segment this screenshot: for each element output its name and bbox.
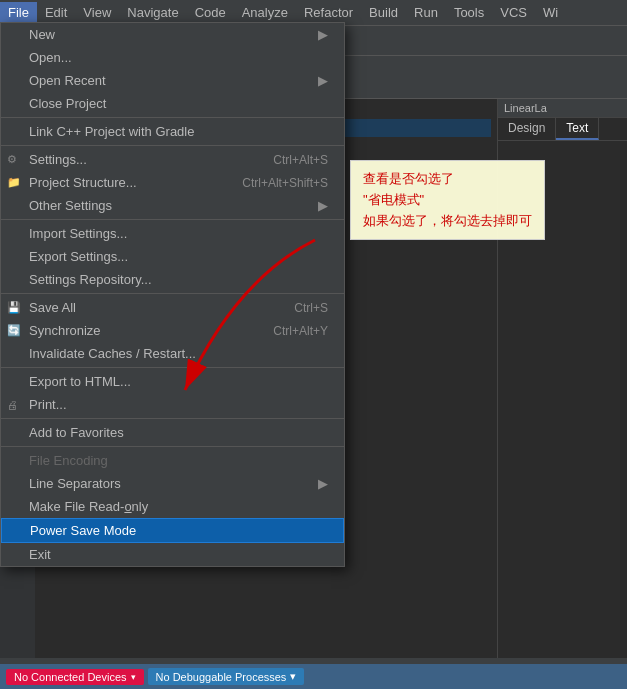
new-item-label: New: [29, 27, 55, 42]
menu-item-save-all[interactable]: 💾 Save All Ctrl+S: [1, 296, 344, 319]
print-icon: 🖨: [7, 399, 18, 411]
line-separators-label: Line Separators: [29, 476, 121, 491]
menu-tools[interactable]: Tools: [446, 2, 492, 23]
menu-item-file-encoding: File Encoding: [1, 449, 344, 472]
save-icon: 💾: [7, 301, 21, 314]
annotation-line1: 查看是否勾选了: [363, 169, 532, 190]
menu-item-exit[interactable]: Exit: [1, 543, 344, 566]
menu-file[interactable]: File: [0, 2, 37, 23]
project-structure-icon: 📁: [7, 176, 21, 189]
menu-item-new[interactable]: New ▶: [1, 23, 344, 46]
menu-code[interactable]: Code: [187, 2, 234, 23]
add-favorites-label: Add to Favorites: [29, 425, 124, 440]
menu-item-make-readonly[interactable]: Make File Read-only: [1, 495, 344, 518]
save-all-shortcut: Ctrl+S: [294, 301, 328, 315]
no-devices-dropdown-icon: ▾: [131, 672, 136, 682]
other-settings-arrow-icon: ▶: [318, 198, 328, 213]
power-save-label: Power Save Mode: [30, 523, 136, 538]
menu-item-other-settings[interactable]: Other Settings ▶: [1, 194, 344, 217]
menu-item-power-save[interactable]: Power Save Mode: [1, 518, 344, 543]
settings-repo-label: Settings Repository...: [29, 272, 152, 287]
menu-item-synchronize[interactable]: 🔄 Synchronize Ctrl+Alt+Y: [1, 319, 344, 342]
file-dropdown-menu: New ▶ Open... Open Recent ▶ Close Projec…: [0, 22, 345, 567]
no-devices-label: No Connected Devices: [14, 671, 127, 683]
design-text-tabs: Design Text: [498, 118, 627, 141]
separator-3: [1, 219, 344, 220]
menu-navigate[interactable]: Navigate: [119, 2, 186, 23]
menu-item-project-structure[interactable]: 📁 Project Structure... Ctrl+Alt+Shift+S: [1, 171, 344, 194]
export-html-label: Export to HTML...: [29, 374, 131, 389]
open-item-label: Open...: [29, 50, 72, 65]
menu-item-line-separators[interactable]: Line Separators ▶: [1, 472, 344, 495]
annotation-line2: "省电模式": [363, 190, 532, 211]
sync-icon: 🔄: [7, 324, 21, 337]
project-structure-shortcut: Ctrl+Alt+Shift+S: [242, 176, 328, 190]
annotation-line3: 如果勾选了，将勾选去掉即可: [363, 211, 532, 232]
open-recent-label: Open Recent: [29, 73, 106, 88]
make-readonly-label: Make File Read-only: [29, 499, 148, 514]
no-debug-badge[interactable]: No Debuggable Processes ▾: [148, 668, 305, 685]
menu-analyze[interactable]: Analyze: [234, 2, 296, 23]
menu-build[interactable]: Build: [361, 2, 406, 23]
menu-item-import-settings[interactable]: Import Settings...: [1, 222, 344, 245]
synchronize-shortcut: Ctrl+Alt+Y: [273, 324, 328, 338]
separator-2: [1, 145, 344, 146]
menu-item-open[interactable]: Open...: [1, 46, 344, 69]
exit-label: Exit: [29, 547, 51, 562]
separator-4: [1, 293, 344, 294]
statusbar: No Connected Devices ▾ No Debuggable Pro…: [0, 664, 627, 689]
menu-item-close-project[interactable]: Close Project: [1, 92, 344, 115]
settings-label: Settings...: [29, 152, 87, 167]
menu-item-invalidate-caches[interactable]: Invalidate Caches / Restart...: [1, 342, 344, 365]
menu-edit[interactable]: Edit: [37, 2, 75, 23]
new-arrow-icon: ▶: [318, 27, 328, 42]
settings-shortcut: Ctrl+Alt+S: [273, 153, 328, 167]
menu-wi[interactable]: Wi: [535, 2, 566, 23]
line-sep-arrow-icon: ▶: [318, 476, 328, 491]
export-settings-label: Export Settings...: [29, 249, 128, 264]
no-debug-dropdown-icon: ▾: [290, 670, 296, 683]
menu-item-export-html[interactable]: Export to HTML...: [1, 370, 344, 393]
close-project-label: Close Project: [29, 96, 106, 111]
open-recent-arrow-icon: ▶: [318, 73, 328, 88]
menu-item-settings-repo[interactable]: Settings Repository...: [1, 268, 344, 291]
separator-6: [1, 418, 344, 419]
separator-7: [1, 446, 344, 447]
menu-item-link-cpp[interactable]: Link C++ Project with Gradle: [1, 120, 344, 143]
import-settings-label: Import Settings...: [29, 226, 127, 241]
no-debug-label: No Debuggable Processes: [156, 671, 287, 683]
print-label: Print...: [29, 397, 67, 412]
menu-run[interactable]: Run: [406, 2, 446, 23]
file-encoding-label: File Encoding: [29, 453, 108, 468]
synchronize-label: Synchronize: [29, 323, 101, 338]
menu-item-add-favorites[interactable]: Add to Favorites: [1, 421, 344, 444]
menu-item-export-settings[interactable]: Export Settings...: [1, 245, 344, 268]
annotation-box: 查看是否勾选了 "省电模式" 如果勾选了，将勾选去掉即可: [350, 160, 545, 240]
invalidate-caches-label: Invalidate Caches / Restart...: [29, 346, 196, 361]
separator-1: [1, 117, 344, 118]
other-settings-label: Other Settings: [29, 198, 112, 213]
tab-text[interactable]: Text: [556, 118, 599, 140]
project-structure-label: Project Structure...: [29, 175, 137, 190]
menu-item-open-recent[interactable]: Open Recent ▶: [1, 69, 344, 92]
menu-item-settings[interactable]: ⚙ Settings... Ctrl+Alt+S: [1, 148, 344, 171]
menu-view[interactable]: View: [75, 2, 119, 23]
menu-vcs[interactable]: VCS: [492, 2, 535, 23]
separator-5: [1, 367, 344, 368]
no-devices-badge[interactable]: No Connected Devices ▾: [6, 669, 144, 685]
menu-item-print[interactable]: 🖨 Print...: [1, 393, 344, 416]
tab-design[interactable]: Design: [498, 118, 556, 140]
menu-refactor[interactable]: Refactor: [296, 2, 361, 23]
save-all-label: Save All: [29, 300, 76, 315]
link-cpp-label: Link C++ Project with Gradle: [29, 124, 194, 139]
settings-icon: ⚙: [7, 153, 17, 166]
right-panel-title: LinearLa: [498, 99, 627, 118]
